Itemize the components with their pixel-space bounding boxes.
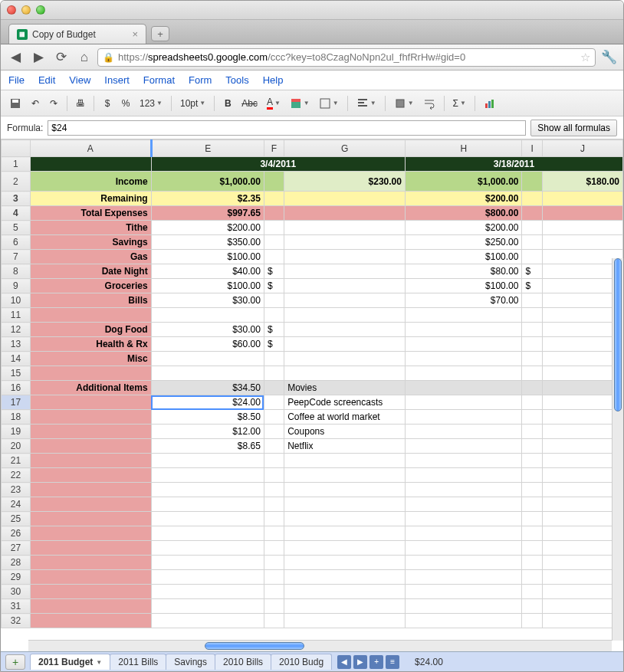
cell[interactable]: $2.35 (151, 192, 264, 206)
svg-rect-7 (488, 101, 491, 108)
sheet-tab[interactable]: 2010 Budg (271, 654, 332, 670)
label-remaining[interactable]: Remaining (30, 192, 151, 206)
bold-button[interactable]: B (219, 95, 236, 112)
formula-label: Formula: (7, 123, 43, 133)
new-tab-button[interactable]: + (151, 26, 169, 41)
home-button[interactable]: ⌂ (74, 48, 94, 67)
sheet-tab[interactable]: 2011 Bills (110, 654, 166, 670)
reload-button[interactable]: ⟳ (51, 48, 71, 67)
browser-tab-active[interactable]: ▦ Copy of Budget × (8, 24, 146, 44)
cell[interactable] (30, 157, 151, 172)
menu-insert[interactable]: Insert (104, 74, 130, 86)
redo-button[interactable]: ↷ (45, 95, 62, 112)
select-all-corner[interactable] (2, 140, 31, 157)
svg-rect-1 (12, 100, 18, 103)
menu-edit[interactable]: Edit (38, 74, 55, 86)
scrollbar-horizontal[interactable] (28, 640, 612, 651)
bookmark-star-icon[interactable]: ☆ (580, 51, 590, 64)
wrench-menu-icon[interactable]: 🔧 (599, 48, 619, 67)
minimize-window-button[interactable] (21, 5, 31, 15)
cell[interactable]: $1,000.00 (151, 172, 264, 192)
svg-rect-5 (396, 100, 404, 107)
sheet-tab-active[interactable]: 2011 Budget▼ (30, 654, 110, 670)
spreadsheet-area: A E F G H I J 1 3/4/2011 3/18/2011 2 Inc… (1, 139, 623, 671)
scrollbar-thumb[interactable] (205, 642, 304, 650)
status-value: $24.00 (415, 657, 443, 667)
zoom-window-button[interactable] (36, 5, 45, 15)
chart-button[interactable] (480, 95, 500, 112)
wrap-text-button[interactable] (419, 95, 439, 112)
row-header[interactable]: 3 (2, 192, 31, 206)
sheet-nav-add[interactable]: + (369, 655, 383, 669)
formula-input[interactable] (48, 120, 526, 136)
font-size-select[interactable]: 10pt▼ (176, 95, 209, 112)
date-header-left[interactable]: 3/4/2011 (151, 157, 405, 172)
cell[interactable]: $1,000.00 (405, 172, 522, 192)
col-header-h[interactable]: H (405, 140, 522, 157)
sheets-favicon-icon: ▦ (17, 29, 28, 40)
col-header-j[interactable]: J (542, 140, 622, 157)
menu-file[interactable]: File (8, 74, 25, 86)
forward-button[interactable]: ▶ (28, 48, 48, 67)
url-text: https://spreadsheets0.google.com/ccc?key… (118, 51, 576, 63)
format-currency-button[interactable]: $ (99, 95, 116, 112)
app-menubar: File Edit View Insert Format Form Tools … (1, 70, 623, 90)
row-header[interactable]: 4 (2, 206, 31, 221)
borders-button[interactable]: ▼ (315, 95, 343, 112)
selected-cell[interactable]: $24.00 (151, 395, 264, 410)
cell[interactable]: $200.00 (405, 192, 522, 206)
cell[interactable]: $800.00 (405, 206, 522, 221)
back-button[interactable]: ◀ (5, 48, 25, 67)
scrollbar-thumb[interactable] (614, 258, 622, 411)
row-header[interactable]: 2 (2, 172, 31, 192)
mac-titlebar (1, 1, 623, 20)
cell[interactable]: $997.65 (151, 206, 264, 221)
add-sheet-button[interactable]: + (5, 654, 25, 670)
close-tab-icon[interactable]: × (132, 28, 138, 40)
undo-button[interactable]: ↶ (27, 95, 44, 112)
svg-rect-8 (491, 100, 494, 108)
menu-format[interactable]: Format (143, 74, 175, 86)
scrollbar-vertical[interactable] (612, 258, 623, 641)
col-header-g[interactable]: G (284, 140, 406, 157)
sheet-nav-next[interactable]: ▶ (353, 655, 367, 669)
show-all-formulas-button[interactable]: Show all formulas (530, 120, 617, 136)
svg-rect-4 (320, 99, 330, 108)
menu-help[interactable]: Help (263, 74, 284, 86)
label-income[interactable]: Income (30, 172, 151, 192)
text-color-button[interactable]: A▼ (263, 95, 284, 112)
sheet-tab-bar: + 2011 Budget▼ 2011 Bills Savings 2010 B… (1, 651, 623, 671)
print-button[interactable]: 🖶 (72, 95, 89, 112)
align-button[interactable]: ▼ (353, 95, 380, 112)
row-header[interactable]: 1 (2, 157, 31, 172)
col-header-f[interactable]: F (264, 140, 284, 157)
fill-color-button[interactable]: ▼ (286, 95, 314, 112)
close-window-button[interactable] (7, 5, 16, 15)
label-total-expenses[interactable]: Total Expenses (30, 206, 151, 221)
tab-title: Copy of Budget (32, 29, 96, 40)
sheet-nav-prev[interactable]: ◀ (337, 655, 351, 669)
spreadsheet-grid[interactable]: A E F G H I J 1 3/4/2011 3/18/2011 2 Inc… (1, 139, 623, 628)
cell[interactable]: $180.00 (542, 172, 622, 192)
menu-view[interactable]: View (69, 74, 90, 86)
browser-tabstrip: ▦ Copy of Budget × + (1, 20, 623, 44)
functions-button[interactable]: Σ▼ (449, 95, 470, 112)
date-header-right[interactable]: 3/18/2011 (405, 157, 622, 172)
svg-rect-3 (291, 99, 301, 102)
sheet-tab[interactable]: Savings (166, 654, 215, 670)
formula-bar: Formula: Show all formulas (1, 116, 623, 139)
col-header-a[interactable]: A (30, 140, 151, 157)
insert-button[interactable]: ▼ (390, 95, 418, 112)
strikethrough-button[interactable]: Abc (238, 95, 261, 112)
url-bar[interactable]: 🔒 https://spreadsheets0.google.com/ccc?k… (97, 48, 596, 67)
format-percent-button[interactable]: % (117, 95, 134, 112)
menu-form[interactable]: Form (189, 74, 212, 86)
more-formats-button[interactable]: 123▼ (136, 95, 166, 112)
cell[interactable]: $230.00 (284, 172, 406, 192)
sheet-nav-list[interactable]: ≡ (386, 655, 399, 669)
save-button[interactable] (5, 95, 25, 112)
col-header-i[interactable]: I (522, 140, 542, 157)
col-header-e[interactable]: E (151, 140, 264, 157)
sheet-tab[interactable]: 2010 Bills (215, 654, 271, 670)
menu-tools[interactable]: Tools (225, 74, 248, 86)
